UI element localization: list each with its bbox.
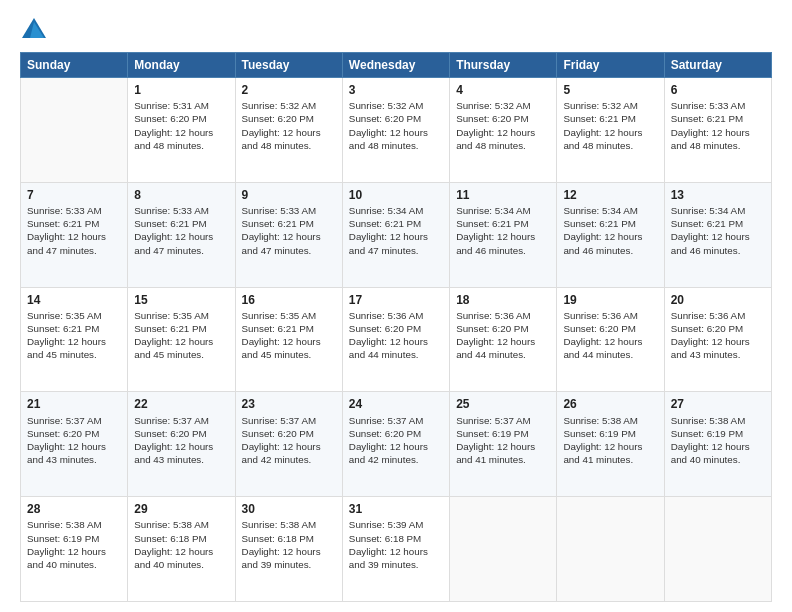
day-number: 12 xyxy=(563,187,657,203)
day-number: 23 xyxy=(242,396,336,412)
day-number: 10 xyxy=(349,187,443,203)
day-info: Sunrise: 5:36 AMSunset: 6:20 PMDaylight:… xyxy=(563,309,657,362)
calendar-cell: 21Sunrise: 5:37 AMSunset: 6:20 PMDayligh… xyxy=(21,392,128,497)
day-number: 31 xyxy=(349,501,443,517)
day-info: Sunrise: 5:37 AMSunset: 6:20 PMDaylight:… xyxy=(134,414,228,467)
day-number: 7 xyxy=(27,187,121,203)
calendar-cell: 10Sunrise: 5:34 AMSunset: 6:21 PMDayligh… xyxy=(342,182,449,287)
calendar-cell: 22Sunrise: 5:37 AMSunset: 6:20 PMDayligh… xyxy=(128,392,235,497)
day-info: Sunrise: 5:39 AMSunset: 6:18 PMDaylight:… xyxy=(349,518,443,571)
calendar-header-tuesday: Tuesday xyxy=(235,53,342,78)
calendar-header-saturday: Saturday xyxy=(664,53,771,78)
calendar-week-row: 28Sunrise: 5:38 AMSunset: 6:19 PMDayligh… xyxy=(21,497,772,602)
day-number: 18 xyxy=(456,292,550,308)
day-info: Sunrise: 5:32 AMSunset: 6:21 PMDaylight:… xyxy=(563,99,657,152)
calendar-cell: 9Sunrise: 5:33 AMSunset: 6:21 PMDaylight… xyxy=(235,182,342,287)
day-number: 16 xyxy=(242,292,336,308)
calendar-cell: 27Sunrise: 5:38 AMSunset: 6:19 PMDayligh… xyxy=(664,392,771,497)
day-info: Sunrise: 5:35 AMSunset: 6:21 PMDaylight:… xyxy=(242,309,336,362)
day-info: Sunrise: 5:31 AMSunset: 6:20 PMDaylight:… xyxy=(134,99,228,152)
calendar-cell: 13Sunrise: 5:34 AMSunset: 6:21 PMDayligh… xyxy=(664,182,771,287)
calendar-cell: 14Sunrise: 5:35 AMSunset: 6:21 PMDayligh… xyxy=(21,287,128,392)
day-info: Sunrise: 5:36 AMSunset: 6:20 PMDaylight:… xyxy=(456,309,550,362)
calendar-week-row: 14Sunrise: 5:35 AMSunset: 6:21 PMDayligh… xyxy=(21,287,772,392)
day-number: 15 xyxy=(134,292,228,308)
day-info: Sunrise: 5:37 AMSunset: 6:20 PMDaylight:… xyxy=(27,414,121,467)
calendar-header-thursday: Thursday xyxy=(450,53,557,78)
calendar-cell xyxy=(450,497,557,602)
calendar-week-row: 21Sunrise: 5:37 AMSunset: 6:20 PMDayligh… xyxy=(21,392,772,497)
day-info: Sunrise: 5:34 AMSunset: 6:21 PMDaylight:… xyxy=(671,204,765,257)
calendar-cell: 23Sunrise: 5:37 AMSunset: 6:20 PMDayligh… xyxy=(235,392,342,497)
day-number: 4 xyxy=(456,82,550,98)
day-info: Sunrise: 5:33 AMSunset: 6:21 PMDaylight:… xyxy=(27,204,121,257)
day-info: Sunrise: 5:38 AMSunset: 6:18 PMDaylight:… xyxy=(242,518,336,571)
day-number: 2 xyxy=(242,82,336,98)
calendar-cell: 28Sunrise: 5:38 AMSunset: 6:19 PMDayligh… xyxy=(21,497,128,602)
day-number: 1 xyxy=(134,82,228,98)
calendar-header-sunday: Sunday xyxy=(21,53,128,78)
header xyxy=(20,16,772,44)
calendar-cell: 15Sunrise: 5:35 AMSunset: 6:21 PMDayligh… xyxy=(128,287,235,392)
day-info: Sunrise: 5:34 AMSunset: 6:21 PMDaylight:… xyxy=(456,204,550,257)
day-number: 19 xyxy=(563,292,657,308)
day-number: 8 xyxy=(134,187,228,203)
day-info: Sunrise: 5:33 AMSunset: 6:21 PMDaylight:… xyxy=(134,204,228,257)
calendar-cell: 2Sunrise: 5:32 AMSunset: 6:20 PMDaylight… xyxy=(235,78,342,183)
day-number: 13 xyxy=(671,187,765,203)
day-info: Sunrise: 5:38 AMSunset: 6:19 PMDaylight:… xyxy=(671,414,765,467)
calendar-cell: 3Sunrise: 5:32 AMSunset: 6:20 PMDaylight… xyxy=(342,78,449,183)
calendar-cell: 29Sunrise: 5:38 AMSunset: 6:18 PMDayligh… xyxy=(128,497,235,602)
day-info: Sunrise: 5:32 AMSunset: 6:20 PMDaylight:… xyxy=(349,99,443,152)
day-info: Sunrise: 5:32 AMSunset: 6:20 PMDaylight:… xyxy=(456,99,550,152)
day-info: Sunrise: 5:36 AMSunset: 6:20 PMDaylight:… xyxy=(349,309,443,362)
day-number: 27 xyxy=(671,396,765,412)
calendar-cell: 31Sunrise: 5:39 AMSunset: 6:18 PMDayligh… xyxy=(342,497,449,602)
day-number: 17 xyxy=(349,292,443,308)
calendar-cell: 8Sunrise: 5:33 AMSunset: 6:21 PMDaylight… xyxy=(128,182,235,287)
calendar-cell: 26Sunrise: 5:38 AMSunset: 6:19 PMDayligh… xyxy=(557,392,664,497)
calendar-week-row: 7Sunrise: 5:33 AMSunset: 6:21 PMDaylight… xyxy=(21,182,772,287)
day-info: Sunrise: 5:38 AMSunset: 6:19 PMDaylight:… xyxy=(27,518,121,571)
day-number: 21 xyxy=(27,396,121,412)
day-info: Sunrise: 5:35 AMSunset: 6:21 PMDaylight:… xyxy=(27,309,121,362)
calendar-week-row: 1Sunrise: 5:31 AMSunset: 6:20 PMDaylight… xyxy=(21,78,772,183)
day-number: 25 xyxy=(456,396,550,412)
day-info: Sunrise: 5:33 AMSunset: 6:21 PMDaylight:… xyxy=(671,99,765,152)
calendar-cell: 6Sunrise: 5:33 AMSunset: 6:21 PMDaylight… xyxy=(664,78,771,183)
day-info: Sunrise: 5:34 AMSunset: 6:21 PMDaylight:… xyxy=(563,204,657,257)
day-number: 3 xyxy=(349,82,443,98)
calendar-cell: 12Sunrise: 5:34 AMSunset: 6:21 PMDayligh… xyxy=(557,182,664,287)
day-info: Sunrise: 5:36 AMSunset: 6:20 PMDaylight:… xyxy=(671,309,765,362)
day-info: Sunrise: 5:38 AMSunset: 6:18 PMDaylight:… xyxy=(134,518,228,571)
calendar-cell: 30Sunrise: 5:38 AMSunset: 6:18 PMDayligh… xyxy=(235,497,342,602)
calendar-cell: 19Sunrise: 5:36 AMSunset: 6:20 PMDayligh… xyxy=(557,287,664,392)
day-info: Sunrise: 5:38 AMSunset: 6:19 PMDaylight:… xyxy=(563,414,657,467)
day-info: Sunrise: 5:37 AMSunset: 6:19 PMDaylight:… xyxy=(456,414,550,467)
day-info: Sunrise: 5:37 AMSunset: 6:20 PMDaylight:… xyxy=(242,414,336,467)
calendar-cell: 7Sunrise: 5:33 AMSunset: 6:21 PMDaylight… xyxy=(21,182,128,287)
calendar-cell: 11Sunrise: 5:34 AMSunset: 6:21 PMDayligh… xyxy=(450,182,557,287)
day-number: 29 xyxy=(134,501,228,517)
logo-icon xyxy=(20,16,48,44)
calendar-cell: 25Sunrise: 5:37 AMSunset: 6:19 PMDayligh… xyxy=(450,392,557,497)
calendar-cell: 5Sunrise: 5:32 AMSunset: 6:21 PMDaylight… xyxy=(557,78,664,183)
calendar-cell: 1Sunrise: 5:31 AMSunset: 6:20 PMDaylight… xyxy=(128,78,235,183)
calendar-header-row: SundayMondayTuesdayWednesdayThursdayFrid… xyxy=(21,53,772,78)
day-info: Sunrise: 5:33 AMSunset: 6:21 PMDaylight:… xyxy=(242,204,336,257)
day-number: 14 xyxy=(27,292,121,308)
calendar-cell: 24Sunrise: 5:37 AMSunset: 6:20 PMDayligh… xyxy=(342,392,449,497)
calendar-cell: 20Sunrise: 5:36 AMSunset: 6:20 PMDayligh… xyxy=(664,287,771,392)
day-number: 5 xyxy=(563,82,657,98)
calendar-cell: 17Sunrise: 5:36 AMSunset: 6:20 PMDayligh… xyxy=(342,287,449,392)
calendar-cell xyxy=(557,497,664,602)
calendar-table: SundayMondayTuesdayWednesdayThursdayFrid… xyxy=(20,52,772,602)
calendar-cell: 4Sunrise: 5:32 AMSunset: 6:20 PMDaylight… xyxy=(450,78,557,183)
day-info: Sunrise: 5:32 AMSunset: 6:20 PMDaylight:… xyxy=(242,99,336,152)
day-number: 9 xyxy=(242,187,336,203)
calendar-header-friday: Friday xyxy=(557,53,664,78)
day-number: 11 xyxy=(456,187,550,203)
calendar-cell: 18Sunrise: 5:36 AMSunset: 6:20 PMDayligh… xyxy=(450,287,557,392)
day-number: 24 xyxy=(349,396,443,412)
day-info: Sunrise: 5:37 AMSunset: 6:20 PMDaylight:… xyxy=(349,414,443,467)
